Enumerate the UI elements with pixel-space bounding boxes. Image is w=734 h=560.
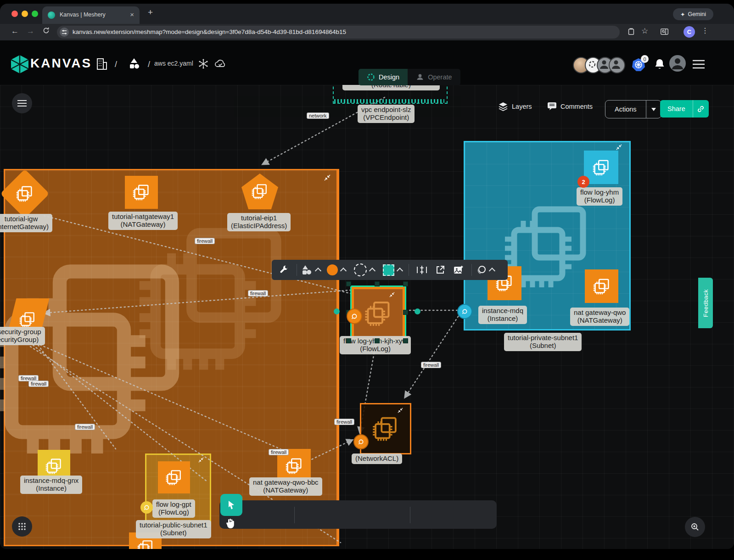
flow-log-kjh-badge[interactable]: [347, 308, 362, 324]
feedback-tab[interactable]: Feedback: [698, 278, 713, 328]
node-label-flow-log-gpt[interactable]: flow log-gpt(FlowLog): [152, 499, 195, 518]
node-label-private-subnet[interactable]: tutorial-private-subnet1(Subnet): [504, 333, 582, 351]
close-tab-icon[interactable]: ×: [130, 11, 134, 18]
public-subnet-collapse-icon[interactable]: [198, 457, 204, 463]
subnet-collapse-icon[interactable]: [616, 144, 622, 150]
node-label-instance-gnx[interactable]: instance-mdq-gnx(Instance): [20, 476, 82, 494]
close-window-button[interactable]: [11, 11, 18, 17]
vpc-collapse-icon[interactable]: [324, 174, 331, 181]
node-label-vpc-endpoint[interactable]: vpc endpoint-slz(VPCEndpoint): [358, 105, 415, 123]
notifications-bell-icon[interactable]: [654, 58, 666, 71]
bookmark-star-icon[interactable]: ☆: [641, 26, 648, 36]
node-label-instance-mdq[interactable]: instance-mdq(Instance): [478, 306, 527, 324]
tab-design[interactable]: Design: [359, 69, 408, 85]
chevron-up-icon: [369, 267, 375, 274]
design-file-name[interactable]: aws ec2.yaml: [154, 60, 193, 67]
node-label-natgw-bbc[interactable]: nat gateway-qwo-bbc(NATGateway): [249, 477, 322, 496]
save-page-icon[interactable]: [627, 28, 635, 36]
minimize-window-button[interactable]: [22, 11, 28, 17]
side-panel-search-icon[interactable]: [660, 28, 669, 36]
open-external-button[interactable]: [431, 260, 449, 280]
ellipse-tool-button[interactable]: [476, 260, 494, 280]
cursor-icon: [226, 500, 236, 510]
node-network-acl[interactable]: [360, 403, 411, 454]
selection-handle[interactable]: [403, 338, 408, 343]
kanvas-logo-icon: [10, 54, 29, 74]
actions-caret[interactable]: [646, 106, 661, 113]
site-settings-icon[interactable]: [60, 28, 69, 37]
node-label-igw[interactable]: tutorial-igw(InternetGateway): [0, 214, 52, 232]
node-label-natgw-qwo[interactable]: nat gateway-qwo(NATGateway): [570, 308, 629, 326]
browser-toolbar: ← → kanvas.new/extension/meshmap?mode=de…: [0, 24, 734, 40]
node-nat-gateway-1[interactable]: [125, 176, 158, 209]
node-flow-log-yhm[interactable]: [584, 151, 618, 184]
snowflake-icon[interactable]: [198, 59, 208, 69]
address-bar[interactable]: kanvas.new/extension/meshmap?mode=design…: [57, 26, 620, 39]
shape-color-button[interactable]: [383, 260, 402, 280]
chip-icon: [135, 538, 156, 549]
browser-menu-icon[interactable]: ⋮: [701, 26, 709, 35]
select-tool-button[interactable]: [220, 494, 242, 516]
cloud-sync-icon[interactable]: [214, 59, 227, 69]
chip-icon: [591, 157, 612, 178]
flow-log-gpt-badge[interactable]: [140, 501, 153, 514]
selection-handle[interactable]: [346, 338, 351, 343]
resize-width-button[interactable]: [413, 260, 431, 280]
selection-handle[interactable]: [403, 310, 408, 315]
node-label-network-acl[interactable]: (NetworkACL): [352, 454, 402, 464]
node-label-security-group[interactable]: al-security-groupSecurityGroup): [0, 327, 45, 345]
zoom-canvas-button[interactable]: [685, 517, 705, 537]
breadcrumb-separator-2: /: [148, 60, 150, 69]
selection-handle[interactable]: [403, 281, 408, 286]
canvas-menu-button[interactable]: [12, 93, 32, 113]
actions-button[interactable]: Actions: [605, 100, 661, 118]
shapes-tool-button[interactable]: [301, 260, 320, 280]
configure-tool-button[interactable]: [275, 260, 293, 280]
node-flow-log-gpt[interactable]: [158, 461, 190, 493]
share-link-icon[interactable]: [693, 105, 709, 113]
subnet-edge-badge[interactable]: [457, 304, 472, 319]
collaborator-avatar-2[interactable]: [609, 57, 625, 73]
selection-handle[interactable]: [375, 338, 380, 343]
node-label-natgw1[interactable]: tutorial-natgateway1(NATGateway): [108, 212, 178, 230]
new-tab-button[interactable]: +: [148, 7, 153, 17]
tab-operate[interactable]: Operate: [408, 69, 460, 85]
selection-handle[interactable]: [346, 281, 351, 286]
comments-button[interactable]: Comments: [547, 102, 593, 111]
back-button[interactable]: ←: [11, 27, 19, 36]
flow-log-kjh-collapse-icon[interactable]: [389, 292, 395, 297]
reload-button[interactable]: [42, 27, 50, 34]
external-link-icon: [436, 265, 445, 274]
fill-color-button[interactable]: [327, 260, 346, 280]
node-label-eip1[interactable]: tutorial-eip1(ElasticIPAddress): [227, 213, 291, 231]
network-acl-collapse-icon[interactable]: [398, 408, 403, 413]
browser-tab[interactable]: Kanvas | Meshery ×: [42, 6, 140, 24]
share-button[interactable]: Share: [660, 100, 709, 118]
layers-button[interactable]: Layers: [498, 102, 532, 111]
app-menu-icon[interactable]: [692, 60, 705, 69]
pan-tool-button[interactable]: [224, 517, 236, 529]
border-style-button[interactable]: [354, 260, 375, 280]
apps-grid-button[interactable]: [12, 516, 32, 537]
designs-icon[interactable]: [127, 57, 141, 71]
user-avatar[interactable]: [669, 55, 686, 72]
selection-handle[interactable]: [375, 281, 380, 286]
context-toolbar: [272, 260, 508, 280]
network-acl-badge[interactable]: [353, 434, 369, 449]
add-image-button[interactable]: [449, 260, 468, 280]
forward-button[interactable]: →: [27, 27, 34, 36]
tool-dock: [219, 500, 497, 529]
zoom-window-button[interactable]: [32, 11, 38, 17]
breadcrumb-separator: /: [115, 60, 117, 69]
browser-profile-avatar[interactable]: C: [684, 26, 695, 38]
port-dot-right[interactable]: [415, 308, 420, 314]
gemini-button[interactable]: ✦ Gemini: [673, 8, 713, 20]
edge-label-firewall: firewall: [421, 362, 441, 368]
organization-icon[interactable]: [95, 57, 108, 71]
node-label-public-subnet[interactable]: tutorial-public-subnet1(Subnet): [136, 520, 211, 538]
flow-log-yhm-count-badge[interactable]: 2: [577, 176, 589, 188]
node-label-flow-log-yhm[interactable]: flow log-yhm(FlowLog): [577, 187, 622, 206]
chevron-up-icon: [340, 267, 347, 274]
node-nat-gateway-qwo[interactable]: [585, 269, 618, 303]
port-dot-left[interactable]: [334, 308, 340, 314]
